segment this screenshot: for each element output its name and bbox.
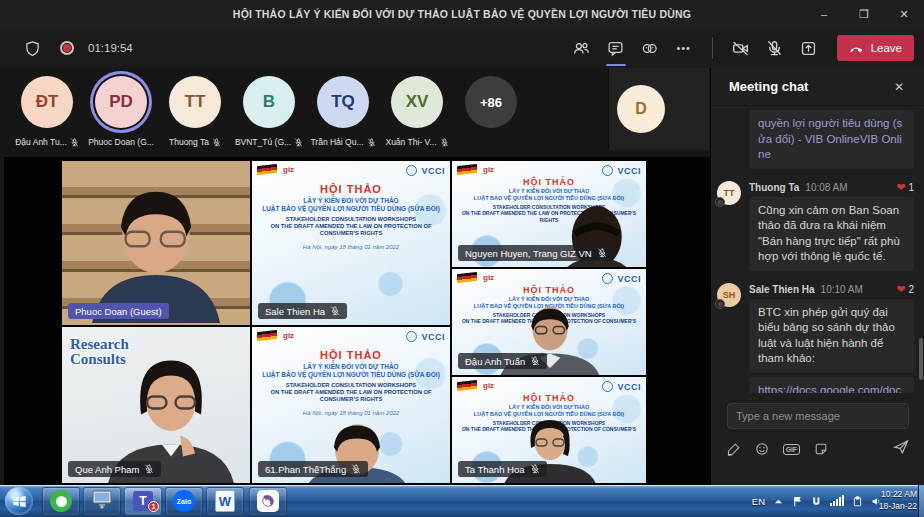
meeting-toolbar: 01:19:54 ••• Leave: [0, 28, 924, 68]
message-bubble: BTC xin phép gửi quý đại biểu bảng so sá…: [749, 299, 914, 373]
name-label: Ta Thanh Hoa: [458, 461, 547, 477]
mic-off-button[interactable]: [761, 34, 789, 62]
sticker-icon[interactable]: [814, 442, 828, 456]
mic-off-icon: [530, 464, 540, 474]
zalo-icon: Zalo: [173, 490, 195, 512]
giz-logo: giz: [283, 165, 294, 174]
avatar: TT: [169, 76, 221, 128]
mic-off-icon: [294, 138, 303, 147]
vcci-logo: VCCI: [617, 166, 641, 176]
windows-flag-icon: [12, 494, 27, 509]
viber-icon: [257, 490, 279, 512]
video-tile-ta-thanh-hoa[interactable]: giz VCCI HỘI THẢO LẤY Ý KIẾN ĐỐI VỚI DỰ …: [452, 377, 646, 483]
vcci-logo: VCCI: [617, 382, 641, 392]
emblem-logo: [406, 165, 417, 176]
video-tile-sale-thien-ha[interactable]: giz VCCI HỘI THẢO LẤY Ý KIẾN ĐỐI VỚI DỰ …: [252, 161, 450, 325]
message-input-box[interactable]: [727, 403, 909, 429]
windows-taskbar: T 1 Zalo W EN 10:22 AM 18-Jan-22: [0, 485, 924, 517]
name-label: Phuoc Doan (Guest): [68, 303, 169, 319]
participant-chip[interactable]: TT Thuong Ta: [158, 76, 232, 147]
emblem-logo: [602, 273, 613, 284]
share-screen-button[interactable]: [795, 34, 823, 62]
german-flag-logo: [257, 164, 277, 175]
participant-chip[interactable]: PD Phuoc Doan (G...: [84, 76, 158, 147]
participant-chip[interactable]: B BVNT_Tú (G...: [232, 76, 306, 147]
system-tray: EN: [752, 485, 882, 517]
chat-close-icon[interactable]: ✕: [888, 76, 910, 98]
network-icon[interactable]: [830, 496, 844, 506]
chat-message-list[interactable]: quyền lợi người tiêu dùng (sửa đổi) - VI…: [711, 106, 924, 393]
leave-button[interactable]: Leave: [837, 35, 914, 61]
clipboard-icon[interactable]: [852, 496, 863, 507]
restore-button[interactable]: ❐: [844, 0, 884, 28]
coccoc-icon: [50, 490, 72, 512]
video-tile-phan-the-thang[interactable]: giz VCCI HỘI THẢO LẤY Ý KIẾN ĐỐI VỚI DỰ …: [252, 327, 450, 483]
unikey-icon[interactable]: [811, 496, 822, 507]
taskbar-button-display[interactable]: [83, 487, 121, 515]
mic-off-icon: [70, 138, 79, 147]
taskbar-clock[interactable]: 10:22 AM 18-Jan-22: [879, 488, 917, 513]
giz-logo: giz: [483, 381, 494, 390]
format-icon[interactable]: [727, 442, 741, 456]
taskbar-button-zalo[interactable]: Zalo: [165, 487, 203, 515]
chat-scrollbar[interactable]: [919, 338, 923, 380]
mic-off-icon: [351, 464, 361, 474]
mic-off-icon: [597, 248, 607, 258]
participant-chip[interactable]: XV Xuân Thi- V...: [380, 76, 454, 147]
hidden-icons-arrow[interactable]: [773, 496, 784, 507]
chat-link[interactable]: https://docs.google.com/document/d/1F4sr…: [758, 384, 905, 393]
avatar: D: [617, 85, 665, 133]
word-icon: W: [215, 490, 235, 512]
participants-button[interactable]: [568, 34, 596, 62]
video-tile-dau-anh-tuan[interactable]: giz VCCI HỘI THẢO LẤY Ý KIẾN ĐỐI VỚI DỰ …: [452, 269, 646, 375]
video-tile-nguyen-huyen[interactable]: giz VCCI HỘI THẢO LẤY Ý KIẾN ĐỐI VỚI DỰ …: [452, 161, 646, 267]
participant-strip: ĐT Đậu Anh Tu... PD Phuoc Doan (G... TT …: [10, 76, 528, 147]
start-button[interactable]: [5, 487, 33, 515]
hangup-phone-icon: [849, 41, 864, 56]
mic-off-icon: [330, 306, 340, 316]
chat-link[interactable]: quyền lợi người tiêu dùng (sửa đổi) - VI…: [758, 117, 902, 160]
more-actions-button[interactable]: •••: [670, 34, 698, 62]
chat-button[interactable]: [602, 34, 630, 62]
meeting-timer: 01:19:54: [88, 42, 133, 54]
reaction-pill[interactable]: ❤2: [896, 283, 914, 296]
titlebar: HỘI THẢO LẤY Ý KIẾN ĐỐI VỚI DỰ THẢO LUẬT…: [0, 0, 924, 28]
german-flag-logo: [457, 164, 477, 175]
message-author: Thuong Ta: [749, 182, 799, 193]
chat-panel-title: Meeting chat: [729, 79, 808, 94]
send-message-icon[interactable]: [893, 439, 909, 459]
avatar: ĐT: [21, 76, 73, 128]
emblem-logo: [602, 381, 613, 392]
german-flag-logo: [457, 380, 477, 391]
taskbar-button-teams[interactable]: T 1: [124, 487, 162, 515]
heart-icon: ❤: [896, 181, 905, 194]
close-button[interactable]: ✕: [884, 0, 924, 28]
role-badge-icon: ◎: [715, 299, 725, 309]
language-indicator[interactable]: EN: [752, 496, 765, 507]
participant-chip[interactable]: TQ Trần Hải Qu...: [306, 76, 380, 147]
message-input[interactable]: [736, 410, 900, 422]
video-tile-phuoc-doan[interactable]: Phuoc Doan (Guest): [62, 161, 250, 325]
reaction-pill[interactable]: ❤1: [896, 181, 914, 194]
overflow-count-chip[interactable]: +86: [454, 76, 528, 147]
taskbar-button-word[interactable]: W: [206, 487, 244, 515]
taskbar-button-coccoc[interactable]: [42, 487, 80, 515]
no-video-tile[interactable]: D: [608, 68, 709, 150]
message-time: 10:10 AM: [821, 284, 863, 295]
security-shield-icon: [18, 34, 46, 62]
heart-icon: ❤: [896, 283, 905, 296]
emoji-icon[interactable]: [755, 442, 769, 456]
meeting-chat-panel: Meeting chat ✕ quyền lợi người tiêu dùng…: [710, 68, 924, 485]
taskbar-button-viber[interactable]: [249, 487, 287, 515]
participant-chip[interactable]: ĐT Đậu Anh Tu...: [10, 76, 84, 147]
show-desktop-button[interactable]: [918, 485, 924, 517]
camera-off-button[interactable]: [727, 34, 755, 62]
breakout-rooms-button[interactable]: [636, 34, 664, 62]
video-tile-que-anh-pham[interactable]: ResearchConsults Que Anh Pham: [62, 327, 250, 483]
action-center-flag-icon[interactable]: [792, 496, 803, 507]
emblem-logo: [406, 331, 417, 342]
teams-notification-badge: 1: [148, 501, 159, 512]
gif-icon[interactable]: GIF: [783, 444, 800, 455]
name-label: Que Anh Pham: [68, 461, 161, 477]
minimize-button[interactable]: –: [804, 0, 844, 28]
